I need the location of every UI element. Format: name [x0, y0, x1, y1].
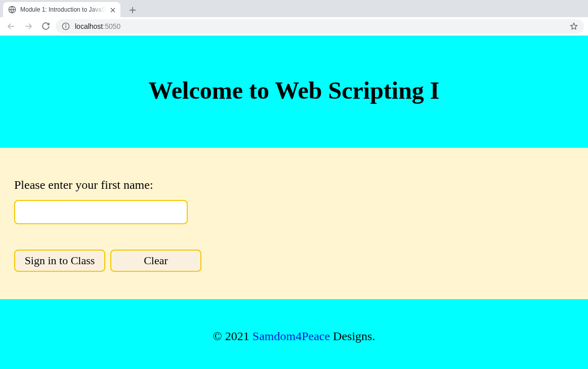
- tab-strip: Module 1: Introduction to JavaSc: [0, 0, 588, 17]
- designer-link[interactable]: Samdom4Peace: [253, 330, 330, 343]
- svg-marker-10: [570, 23, 577, 29]
- url-text: localhost:5050: [75, 22, 120, 30]
- first-name-input[interactable]: [14, 200, 188, 224]
- page-viewport: Welcome to Web Scripting I Please enter …: [0, 36, 588, 369]
- button-row: Sign in to Class Clear: [14, 250, 574, 272]
- new-tab-button[interactable]: [125, 3, 140, 17]
- info-icon[interactable]: [62, 22, 70, 30]
- first-name-label: Please enter your first name:: [14, 178, 574, 192]
- clear-button[interactable]: Clear: [110, 250, 201, 272]
- browser-chrome: Module 1: Introduction to JavaSc: [0, 0, 588, 36]
- address-bar[interactable]: localhost:5050: [56, 19, 584, 33]
- globe-icon: [8, 6, 16, 14]
- svg-point-9: [66, 24, 66, 25]
- page-header: Welcome to Web Scripting I: [0, 36, 588, 148]
- page-heading: Welcome to Web Scripting I: [10, 76, 578, 104]
- page-body: Welcome to Web Scripting I Please enter …: [0, 36, 588, 369]
- browser-tab[interactable]: Module 1: Introduction to JavaSc: [3, 2, 120, 17]
- forward-button[interactable]: [21, 19, 35, 33]
- browser-toolbar: localhost:5050: [0, 17, 588, 35]
- page-footer: © 2021 Samdom4Peace Designs.: [0, 299, 588, 369]
- copyright-prefix: © 2021: [213, 330, 253, 343]
- close-icon[interactable]: [110, 7, 115, 12]
- url-port: :5050: [103, 22, 120, 30]
- bookmark-star-icon[interactable]: [570, 22, 578, 30]
- sign-in-button[interactable]: Sign in to Class: [14, 250, 105, 272]
- sign-in-form: Please enter your first name: Sign in to…: [0, 148, 588, 299]
- url-host: localhost: [75, 22, 103, 30]
- reload-button[interactable]: [38, 19, 53, 33]
- tab-title: Module 1: Introduction to JavaSc: [20, 6, 106, 13]
- back-button[interactable]: [4, 19, 18, 33]
- copyright-suffix: Designs.: [333, 330, 375, 343]
